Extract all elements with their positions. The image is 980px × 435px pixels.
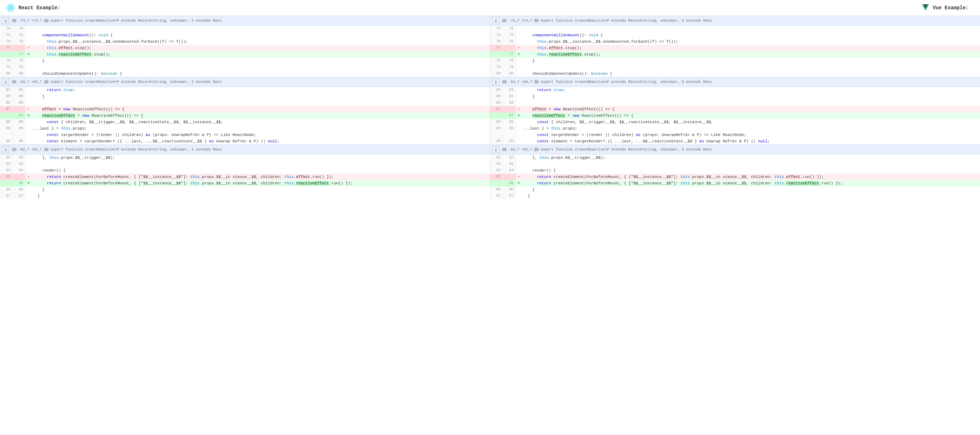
- table-row: 95 - return createElement(ForBeforeMount…: [0, 174, 490, 180]
- page-header: React Example: Vue Example:: [0, 0, 980, 16]
- table-row: 85 85 }: [490, 93, 980, 100]
- vue-header: Vue Example:: [921, 3, 974, 12]
- vue-label: Vue Example:: [933, 5, 969, 11]
- vue-hunk3-text: @@ -92,7 +92,7 @@ export function create…: [503, 148, 712, 152]
- table-row: 92 92 }, this.props.$$__trigger__$$);: [0, 154, 490, 161]
- react-hunk3-text: @@ -92,7 +92,7 @@ export function create…: [12, 148, 221, 152]
- table-row: 92 92 }, this.props.$$__trigger__$$);: [490, 154, 980, 161]
- table-row: 87 + reactiveEffect = new ReactiveEffect…: [0, 113, 490, 119]
- table-row: const targetRender = (render || children…: [490, 132, 980, 138]
- vue-logo-icon: [921, 3, 930, 12]
- table-row: 79 79: [490, 64, 980, 70]
- react-hunk1-header[interactable]: ⇕ @@ -74,7 +74,7 @@ export function crea…: [0, 16, 490, 25]
- table-row: 85 85 }: [0, 93, 490, 100]
- react-logo-icon: [6, 3, 16, 13]
- table-row: 78 78 }: [0, 58, 490, 64]
- vue-hunk2-header[interactable]: ⇕ @@ -84,7 +84,7 @@ export function crea…: [490, 77, 980, 87]
- table-row: 88 88 const { children, $$__trigger__$$,…: [0, 119, 490, 125]
- expand-icon-1[interactable]: ⇕: [2, 17, 9, 24]
- table-row: 88 88 const { children, $$__trigger__$$,…: [490, 119, 980, 125]
- table-row: 97 97 }: [0, 193, 490, 199]
- vue-hunk1-text: @@ -74,7 +74,7 @@ export function create…: [503, 19, 712, 23]
- expand-icon-3[interactable]: ⇕: [2, 146, 9, 153]
- expand-icon-vue-2[interactable]: ⇕: [493, 78, 500, 86]
- table-row: 95 - return createElement(ForBeforeMount…: [490, 174, 980, 180]
- vue-hunk2-text: @@ -84,7 +84,7 @@ export function create…: [503, 80, 712, 84]
- table-row: 90 90 const element = targetRender?.({ .…: [490, 138, 980, 144]
- vue-hunk1-header[interactable]: ⇕ @@ -74,7 +74,7 @@ export function crea…: [490, 16, 980, 25]
- table-row: 94 94 render() {: [490, 167, 980, 174]
- table-row: 89 89 ...last } = this.props;: [490, 125, 980, 132]
- table-row: 86 86: [490, 100, 980, 106]
- react-header: React Example:: [6, 3, 60, 13]
- table-row: 79 79: [0, 64, 490, 70]
- react-diff-panel: ⇕ @@ -74,7 +74,7 @@ export function crea…: [0, 16, 490, 199]
- react-label: React Example:: [19, 5, 60, 11]
- react-hunk3-header[interactable]: ⇕ @@ -92,7 +92,7 @@ export function crea…: [0, 144, 490, 154]
- table-row: 74 74: [490, 25, 980, 32]
- diff-layout: ⇕ @@ -74,7 +74,7 @@ export function crea…: [0, 16, 980, 199]
- table-row: 87 - effect = new ReactiveEffect(() => {: [490, 106, 980, 113]
- table-row: 95 + return createElement(ForBeforeMount…: [490, 180, 980, 187]
- react-hunk1-text: @@ -74,7 +74,7 @@ export function create…: [12, 19, 221, 23]
- table-row: 77 + this.reactiveEffect.stop();: [490, 51, 980, 58]
- table-row: 95 + return createElement(ForBeforeMount…: [0, 180, 490, 187]
- table-row: 84 84 return true;: [0, 87, 490, 93]
- vue-diff-panel: ⇕ @@ -74,7 +74,7 @@ export function crea…: [490, 16, 980, 199]
- table-row: 94 94 render() {: [0, 167, 490, 174]
- table-row: 97 97 }: [490, 193, 980, 199]
- table-row: 80 80 shouldComponentUpdate(): boolean {: [0, 70, 490, 77]
- table-row: 89 89 ...last } = this.props;: [0, 125, 490, 132]
- table-row: 96 96 }: [490, 187, 980, 193]
- table-row: 96 96 }: [0, 187, 490, 193]
- table-row: 75 75 componentWillUnmount(): void {: [490, 32, 980, 38]
- svg-point-0: [10, 7, 12, 9]
- table-row: 87 - effect = new ReactiveEffect(() => {: [0, 106, 490, 113]
- table-row: 93 93: [0, 161, 490, 167]
- vue-hunk3-header[interactable]: ⇕ @@ -92,7 +92,7 @@ export function crea…: [490, 144, 980, 154]
- table-row: 86 86: [0, 100, 490, 106]
- table-row: 74 74: [0, 25, 490, 32]
- table-row: 90 90 const element = targetRender?.({ .…: [0, 138, 490, 144]
- table-row: 75 75 componentWillUnmount(): void {: [0, 32, 490, 38]
- table-row: 77 - this.effect.stop();: [490, 45, 980, 51]
- react-hunk2-header[interactable]: ⇕ @@ -84,7 +84,7 @@ export function crea…: [0, 77, 490, 87]
- table-row: 78 78 }: [490, 58, 980, 64]
- table-row: 76 76 this.props.$$__instance__$$.onUnmo…: [490, 38, 980, 45]
- expand-icon-vue-3[interactable]: ⇕: [493, 146, 500, 153]
- expand-icon-2[interactable]: ⇕: [2, 78, 9, 86]
- table-row: 87 + reactiveEffect = new ReactiveEffect…: [490, 113, 980, 119]
- table-row: 77 - this.effect.stop();: [0, 45, 490, 51]
- table-row: 77 + this.reactiveEffect.stop();: [0, 51, 490, 58]
- expand-icon-vue-1[interactable]: ⇕: [493, 17, 500, 24]
- react-hunk2-text: @@ -84,7 +84,7 @@ export function create…: [12, 80, 221, 84]
- table-row: 76 76 this.props.$$__instance__$$.onUnmo…: [0, 38, 490, 45]
- table-row: 80 80 shouldComponentUpdate(): boolean {: [490, 70, 980, 77]
- table-row: const targetRender = (render || children…: [0, 132, 490, 138]
- table-row: 84 84 return true;: [490, 87, 980, 93]
- table-row: 93 93: [490, 161, 980, 167]
